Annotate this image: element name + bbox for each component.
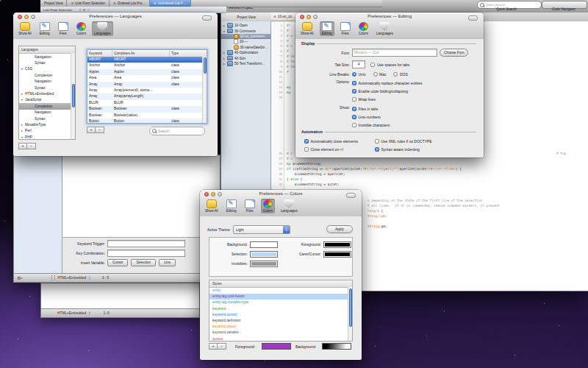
editing-window-chrome[interactable]: Preferences — Editing Show AllEditingFil… [295,13,484,40]
toolbar-item-languages[interactable]: Languages [374,21,395,36]
toolbar-collapse-button[interactable] [202,15,212,21]
apply-button[interactable]: Apply [326,225,353,233]
toolbar-item-colors[interactable]: Colors [74,21,88,36]
disclosure-triangle-icon[interactable]: ▸ [223,24,226,27]
subbar-icon[interactable]: 1 [79,8,81,12]
checkbox-icon[interactable]: ✓ [352,89,356,93]
style-item[interactable]: keyword.object [209,324,352,330]
disclosure-triangle-icon[interactable]: ▸ [223,51,226,54]
toolbar-item-colors[interactable]: Colors [356,21,370,36]
toolbar-item-showall[interactable]: Show All [16,21,34,36]
add-button[interactable]: + [18,143,27,149]
keyword-table-row[interactable]: ArrayArray(arrayLength) [87,93,202,99]
background-tab[interactable]: ⊗Ordered List Fro… [110,0,150,7]
project-tree-item[interactable]: 10-un_comment… [221,34,270,39]
tab-close-icon[interactable]: ⊗ [154,1,157,5]
status-language-popup[interactable]: HTML+Embedded [57,311,86,315]
toolbar-item-showall[interactable]: Show All [298,21,316,36]
tab-size-field[interactable]: 4 [352,60,365,68]
checkbox-row[interactable]: Close element on </ [304,146,358,152]
toolbar-item-colors[interactable]: Colors [261,199,275,213]
checkbox-icon[interactable] [375,139,379,144]
active-theme-dropdown[interactable]: Light ▲▼ [233,225,290,234]
stepper-icon[interactable]: ▴▾ [89,276,90,280]
keyword-table-row[interactable]: ArrayArray(element0, eleme… [87,88,202,93]
toolbar-item-editing[interactable]: Editing [224,199,239,213]
background-tab[interactable]: Project View [40,0,67,7]
checkbox-row[interactable]: ✓Automatically replace character entitie… [352,79,423,86]
checkbox-icon[interactable] [352,123,356,127]
column-header-completes[interactable]: Completes As [112,50,170,57]
disclosure-triangle-icon[interactable]: ▸ [223,57,226,60]
color-well[interactable] [323,241,351,248]
language-list-item[interactable]: ▸MovableType [19,121,75,127]
project-tree-item[interactable]: ▸50-Text Transform… [221,61,270,66]
language-list-item[interactable]: Completion [19,72,75,78]
background-tab[interactable]: ⊗Link From Selection [67,0,109,7]
checkbox-icon[interactable]: ✓ [352,107,356,111]
languages-window-chrome[interactable]: Preferences — Languages Show AllEditingF… [13,13,218,40]
project-tree-item[interactable]: ▸10-Open [221,23,270,28]
toolbar-item-editing[interactable]: Editing [37,21,52,36]
checkbox-icon[interactable] [352,97,356,102]
radio-row[interactable]: DOS [393,71,407,77]
style-item[interactable]: keyword.control [209,312,352,318]
checkbox-row[interactable]: ✓Enable code folding/collapsing [352,88,423,94]
color-well[interactable] [323,251,351,258]
style-item[interactable]: quotes [209,336,352,342]
column-header-keyword[interactable]: Keyword [87,50,112,57]
keyword-table-row[interactable]: ButtonButtonclass [87,118,202,123]
gear-dropdown-arrow-icon[interactable]: ▾ [21,277,22,280]
insert-variable-button[interactable]: Selection [131,259,156,266]
checkbox-row[interactable]: Wrap lines [352,96,423,102]
project-tree-item[interactable]: ▸40-Optimization [221,50,270,55]
language-list-item[interactable]: ▾PHP [19,134,75,140]
project-tree-item[interactable]: ▾30-Comments [221,28,270,33]
scrollbar-thumb[interactable] [72,84,75,107]
choose-font-button[interactable]: Choose Font [440,49,468,57]
checkbox-icon[interactable]: ✓ [375,147,379,152]
checkbox-row[interactable]: ✓Automatically close elements [304,138,358,144]
language-list-item[interactable]: Syntax [19,85,75,91]
checkbox-row[interactable]: ✓Line numbers [352,113,390,120]
keyword-table-row[interactable]: BLURBLUR [87,100,202,106]
language-list-item[interactable]: Navigation [19,54,75,60]
project-tree-item[interactable]: 30-nameDateStr… [221,45,270,50]
language-list-item[interactable]: ▸HTML+Embedded [19,91,75,96]
toolbar-item-languages[interactable]: Languages [279,199,300,213]
color-well[interactable] [250,251,278,258]
search-input[interactable]: Search [149,127,205,135]
style-item[interactable]: entity [209,288,352,294]
tab-close-icon[interactable]: ⊗ [273,15,276,18]
radio-row[interactable]: Mac [373,71,387,77]
radio-icon[interactable] [393,72,398,77]
styles-scrollbar[interactable] [348,287,352,341]
background-swatch[interactable] [322,343,351,350]
style-item[interactable]: entity.tag.movable-type [209,300,352,305]
background-tab[interactable]: ⊗Unordered List F… [150,0,191,7]
keyword-table-row[interactable]: AreaAreaclass [87,75,202,81]
style-item[interactable]: keyword.variable [209,330,352,336]
project-tree-item[interactable]: 20---- [221,39,270,44]
language-list-item[interactable]: ▾JavaScript [19,97,75,103]
radio-icon[interactable] [373,72,378,77]
color-well[interactable] [250,261,278,267]
language-list-item[interactable]: Completion [19,103,75,109]
subbar-icon[interactable]: ‹› [87,8,90,12]
keyword-trigger-input[interactable] [107,240,185,247]
colors-window-chrome[interactable]: Preferences — Colors Show AllEditingFile… [200,190,362,217]
toolbar-item-files[interactable]: Files [56,21,71,36]
toolbar-item-showall[interactable]: Show All [203,199,220,213]
status-language-popup[interactable]: HTML+Embedded [57,276,86,280]
add-button[interactable]: + [209,343,218,350]
radio-row[interactable]: Unix [352,71,366,77]
column-header-type[interactable]: Type [170,50,207,57]
checkbox-row[interactable]: ✓Syntax-aware indenting [375,146,432,152]
remove-button[interactable]: − [218,343,226,350]
language-list-item[interactable]: Navigation [19,79,75,85]
table-scrollbar[interactable] [202,57,207,123]
splitter-grip-icon[interactable] [51,275,55,280]
add-button[interactable]: + [87,127,96,133]
language-list-item[interactable]: Syntax [19,116,75,121]
tab-close-icon[interactable]: ⊗ [71,1,74,5]
